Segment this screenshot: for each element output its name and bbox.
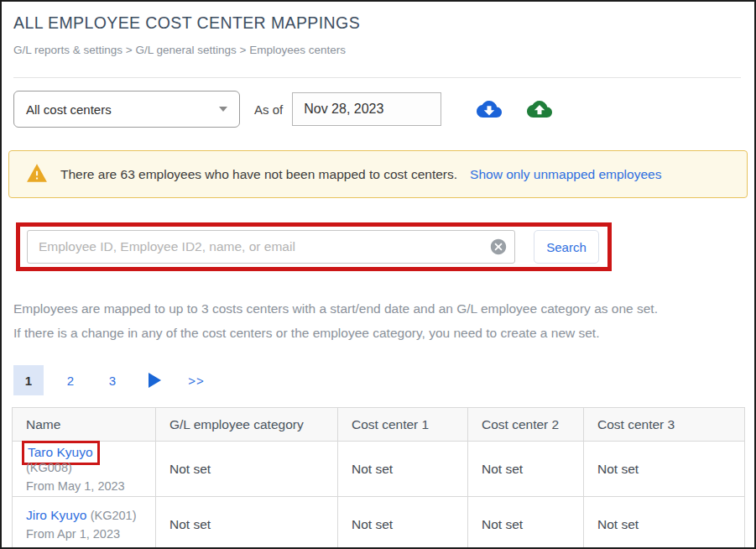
header-cost-center-2: Cost center 2 [468, 408, 584, 442]
page-button-2[interactable]: 2 [55, 365, 86, 395]
table-row: Taro Kyuyo (KG008) From May 1, 2023 Not … [13, 442, 745, 497]
next-page-button[interactable] [139, 365, 169, 395]
header-category: G/L employee category [156, 408, 338, 442]
clear-circle-icon [489, 246, 508, 259]
clear-search-button[interactable] [489, 238, 508, 256]
download-button[interactable] [477, 98, 502, 120]
category-cell: Not set [156, 497, 338, 549]
cost-center-filter-dropdown[interactable]: All cost centers [13, 91, 240, 128]
as-of-date-field[interactable]: Nov 28, 2023 [292, 92, 441, 126]
name-cell: Jiro Kyuyo (KG201) From Apr 1, 2023 [13, 497, 156, 549]
header-cost-center-3: Cost center 3 [584, 408, 745, 442]
cost-center-2-cell: Not set [468, 442, 584, 497]
employee-code: (KG201) [91, 509, 137, 522]
table-header-row: Name G/L employee category Cost center 1… [13, 408, 745, 442]
search-field-wrapper [27, 230, 515, 264]
employee-name-link[interactable]: Taro Kyuyo [28, 445, 93, 459]
warning-triangle-icon [26, 163, 48, 186]
category-cell: Not set [156, 442, 338, 497]
employee-code: (KG008) [26, 461, 72, 474]
cost-center-1-cell: Not set [338, 442, 468, 497]
as-of-label: As of [254, 102, 283, 117]
upload-button[interactable] [527, 98, 552, 120]
warning-text: There are 63 employees who have not been… [60, 167, 457, 182]
search-annotation-box: Search [16, 222, 612, 271]
cost-center-3-cell: Not set [584, 442, 745, 497]
employee-name-line: Taro Kyuyo (KG008) [26, 445, 149, 475]
last-page-button[interactable]: >> [181, 365, 211, 395]
page-button-1[interactable]: 1 [13, 365, 44, 395]
cloud-download-icon [477, 110, 502, 123]
cost-center-2-cell: Not set [468, 497, 584, 549]
name-cell: Taro Kyuyo (KG008) From May 1, 2023 [13, 442, 156, 497]
cloud-upload-icon [527, 110, 552, 123]
page-header: ALL EMPLOYEE COST CENTER MAPPINGS G/L re… [2, 2, 754, 78]
table-row: Jiro Kyuyo (KG201) From Apr 1, 2023 Not … [13, 497, 745, 549]
employee-name-line: Jiro Kyuyo (KG201) [26, 508, 149, 523]
page-button-3[interactable]: 3 [97, 365, 128, 395]
breadcrumb: G/L reports & settings > G/L general set… [13, 44, 741, 57]
employee-from-date: From Apr 1, 2023 [26, 527, 149, 541]
description-line-1: Employees are mapped to up to 3 costs ce… [13, 296, 743, 321]
description-line-2: If there is a change in any of the cost … [13, 321, 743, 345]
chevron-down-icon [219, 107, 227, 112]
header-name: Name [13, 408, 156, 442]
employee-from-date: From May 1, 2023 [26, 479, 149, 493]
controls-row: All cost centers As of Nov 28, 2023 [2, 78, 754, 128]
pagination: 1 2 3 >> [13, 365, 754, 395]
employee-cost-center-page: ALL EMPLOYEE COST CENTER MAPPINGS G/L re… [0, 0, 756, 549]
employee-name-link[interactable]: Jiro Kyuyo [26, 508, 86, 522]
cost-center-filter-value: All cost centers [26, 102, 112, 117]
unmapped-warning-banner: There are 63 employees who have not been… [8, 150, 748, 198]
mapping-description: Employees are mapped to up to 3 costs ce… [13, 296, 743, 345]
cost-center-1-cell: Not set [338, 497, 468, 549]
page-title: ALL EMPLOYEE COST CENTER MAPPINGS [13, 12, 741, 34]
cost-center-3-cell: Not set [584, 497, 745, 549]
as-of-date-value: Nov 28, 2023 [304, 102, 383, 117]
show-unmapped-link[interactable]: Show only unmapped employees [470, 167, 661, 182]
search-button[interactable]: Search [534, 230, 599, 264]
employee-search-input[interactable] [27, 230, 515, 264]
employee-mapping-table: Name G/L employee category Cost center 1… [12, 407, 745, 549]
header-cost-center-1: Cost center 1 [338, 408, 468, 442]
next-arrow-icon [149, 373, 161, 388]
